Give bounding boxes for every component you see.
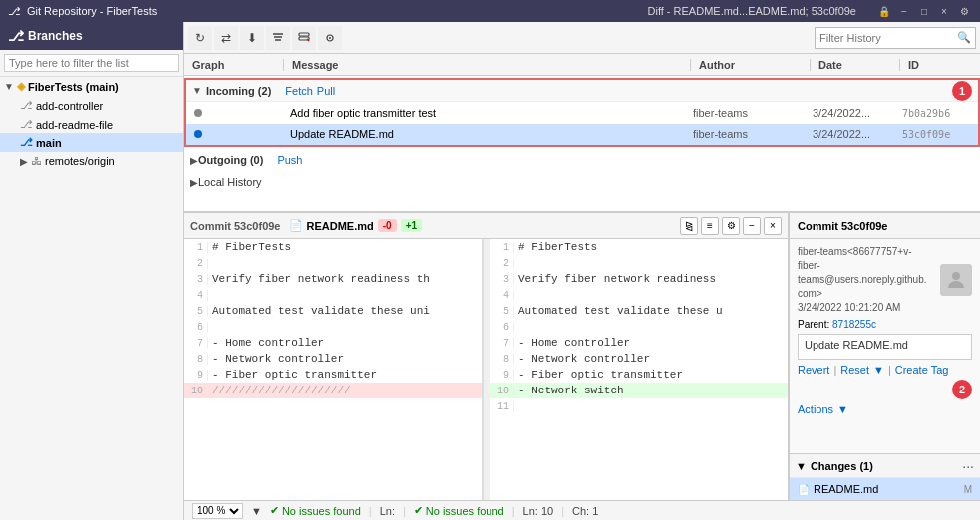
commit-author: fiber-teams	[689, 107, 809, 119]
outgoing-expand-icon[interactable]: ▶	[190, 155, 198, 166]
remote-icon: 🖧	[31, 155, 42, 167]
diff-line: 6	[184, 319, 482, 335]
reset-dropdown-icon[interactable]: ▼	[873, 364, 884, 376]
title-bar-left-text: Git Repository - FiberTests	[27, 5, 157, 17]
diff-close-button[interactable]: ×	[764, 217, 782, 235]
diff-file-icon: 📄	[289, 219, 303, 232]
revert-link[interactable]: Revert	[798, 364, 829, 376]
close-button[interactable]: ×	[936, 3, 952, 19]
changes-section: ▼ Changes (1) ··· 📄 README.md M	[790, 453, 980, 500]
changes-header[interactable]: ▼ Changes (1) ···	[790, 454, 980, 478]
file-icon: 📄	[798, 484, 810, 495]
sidebar-item-fibertests[interactable]: ▼ ◈ FiberTests (main)	[0, 77, 183, 96]
table-row[interactable]: Update README.md fiber-teams 3/24/2022..…	[186, 124, 978, 145]
filter-history-box[interactable]: 🔍	[815, 27, 976, 49]
lock-icon: 🔒	[876, 3, 892, 19]
sidebar-item-remotes[interactable]: ▶ 🖧 remotes/origin	[0, 152, 183, 170]
main-layout: ⎇ Branches ▼ ◈ FiberTests (main) ⎇ add-c…	[0, 22, 980, 520]
sidebar-item-label: FiberTests (main)	[28, 81, 119, 93]
diff-side-by-side-button[interactable]: ⧎	[680, 217, 698, 235]
list-item[interactable]: 📄 README.md M	[790, 478, 980, 500]
ln-num: Ln: 10	[523, 505, 554, 517]
diff-line: 4	[184, 287, 482, 303]
diff-line: 7- Home controller	[184, 335, 482, 351]
actions-dropdown-icon[interactable]: ▼	[837, 403, 848, 415]
filter-history-input[interactable]	[819, 32, 957, 44]
zoom-dropdown-icon[interactable]: ▼	[251, 505, 262, 517]
diff-title: Diff - README.md...EADME.md; 53c0f09e	[648, 5, 856, 17]
maximize-button[interactable]: □	[916, 3, 932, 19]
parent-id-link[interactable]: 8718255c	[832, 319, 876, 330]
parent-label: Parent:	[798, 319, 829, 330]
status-text-left: No issues found	[282, 505, 361, 517]
actions-link[interactable]: Actions	[798, 403, 833, 415]
diff-separator	[483, 239, 490, 500]
graph-area: Graph Message Author Date ID ▼ Incoming …	[184, 54, 980, 211]
actions-badge: 2	[952, 380, 972, 399]
commit-author: fiber-teams	[689, 129, 809, 140]
local-expand-icon[interactable]: ▶	[190, 177, 198, 188]
repo-icon: ◈	[17, 80, 25, 93]
outgoing-label: Outgoing (0)	[198, 154, 263, 166]
diff-line: 2	[490, 255, 788, 271]
local-history-section[interactable]: ▶ Local History	[184, 171, 980, 193]
local-history-label: Local History	[198, 176, 262, 188]
changes-menu-icon[interactable]: ···	[962, 458, 974, 474]
sidebar-item-add-controller[interactable]: ⎇ add-controller	[0, 96, 183, 115]
diff-toolbar: ⧎ ≡ ⚙ − ×	[680, 217, 782, 235]
diff-added-badge: +1	[401, 219, 422, 232]
diff-line: 9- Fiber optic transmitter	[490, 367, 788, 383]
pull-link[interactable]: Pull	[317, 85, 335, 97]
changes-file-status: M	[964, 484, 972, 495]
changes-file-name: README.md	[814, 483, 878, 495]
branch-filter-input[interactable]	[4, 54, 179, 72]
diff-line: 8- Network controller	[184, 351, 482, 367]
branch-filter-button[interactable]	[266, 26, 290, 50]
graph-cell	[186, 109, 286, 117]
status-text-right: No issues found	[426, 505, 504, 517]
table-row[interactable]: Add fiber optic transmitter test fiber-t…	[186, 102, 978, 124]
title-bar: ⎇ Git Repository - FiberTests Diff - REA…	[0, 0, 980, 22]
graph-cell	[186, 130, 286, 138]
id-col-header: ID	[900, 59, 980, 71]
fetch-link[interactable]: Fetch	[285, 85, 313, 97]
fetch-remote-button[interactable]: ⇄	[214, 26, 238, 50]
diff-line: 2	[184, 255, 482, 271]
pull-button[interactable]: ⬇	[240, 26, 264, 50]
reset-link[interactable]: Reset	[840, 364, 869, 376]
commit-message: Update README.md	[286, 129, 689, 140]
push-link[interactable]: Push	[277, 154, 302, 166]
settings-button[interactable]	[318, 26, 342, 50]
minimize-button[interactable]: −	[896, 3, 912, 19]
search-icon: 🔍	[957, 31, 971, 44]
diff-panel: Commit 53c0f09e 📄 README.md -0 +1 ⧎ ≡ ⚙ …	[184, 211, 980, 500]
commit-author-line3: com>	[798, 287, 934, 301]
sidebar-item-main[interactable]: ⎇ main	[0, 133, 183, 152]
right-panel: ↻ ⇄ ⬇ 🔍 Graph	[184, 22, 980, 520]
incoming-label: Incoming (2)	[206, 85, 271, 97]
sidebar-item-add-readme[interactable]: ⎇ add-readme-file	[0, 115, 183, 133]
zoom-select[interactable]: 100 %	[192, 503, 243, 519]
sidebar-content: ▼ ◈ FiberTests (main) ⎇ add-controller ⎇…	[0, 77, 183, 520]
diff-header: Commit 53c0f09e 📄 README.md -0 +1 ⧎ ≡ ⚙ …	[184, 213, 788, 239]
diff-line: 1# FiberTests	[490, 239, 788, 255]
graph-col-header: Graph	[184, 59, 284, 71]
refresh-button[interactable]: ↻	[188, 26, 212, 50]
commit-author-row: fiber-teams<86677757+v- fiber-teams@user…	[798, 245, 972, 315]
commit-date: 3/24/2022...	[809, 107, 898, 119]
commit-id: 53c0f09e	[898, 130, 978, 140]
graph-header: Graph Message Author Date ID	[184, 54, 980, 76]
stash-button[interactable]	[292, 26, 316, 50]
diff-settings-button[interactable]: ⚙	[722, 217, 740, 235]
create-tag-link[interactable]: Create Tag	[895, 364, 949, 376]
diff-collapse-button[interactable]: −	[743, 217, 761, 235]
diff-line: 11	[490, 398, 788, 414]
diff-word-wrap-button[interactable]: ≡	[701, 217, 719, 235]
changes-expand-icon: ▼	[796, 460, 807, 472]
commit-info-header: Commit 53c0f09e	[790, 213, 980, 239]
ln-label: Ln:	[380, 505, 395, 517]
sidebar-item-label: main	[36, 137, 62, 149]
incoming-expand-icon[interactable]: ▼	[192, 85, 202, 96]
settings-icon[interactable]: ⚙	[956, 3, 972, 19]
graph-rows: ▼ Incoming (2) Fetch Pull 1 Add fiber op…	[184, 76, 980, 211]
